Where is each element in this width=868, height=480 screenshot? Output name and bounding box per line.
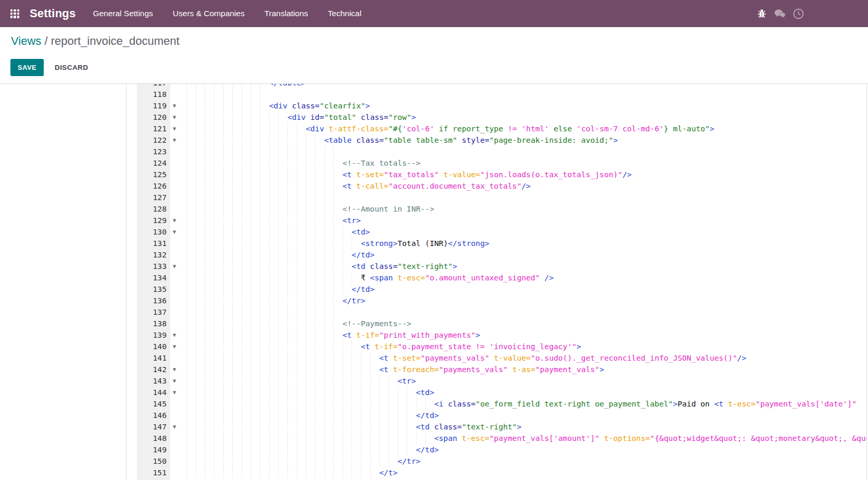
code-line-text: <div id="total" class="row"> — [186, 112, 416, 123]
apps-grid-dot — [14, 13, 16, 15]
code-line-text: <!--Payments--> — [186, 318, 411, 329]
code-line-text: <tr> — [186, 375, 416, 387]
fold-toggle-icon[interactable]: ▾ — [170, 387, 179, 398]
fold-toggle-icon[interactable]: ▾ — [170, 100, 179, 111]
code-line[interactable]: 132 </td> — [0, 249, 866, 261]
code-line[interactable]: 128 <!--Amount in INR--> — [0, 203, 866, 215]
code-line-text: <table class="table table-sm" style="pag… — [186, 134, 618, 146]
app-title[interactable]: Settings — [30, 7, 76, 20]
code-line-text: <t t-if="print_with_payments"> — [186, 329, 480, 341]
code-line[interactable]: 140▾ <t t-if="o.payment_state != 'invoic… — [0, 341, 866, 352]
line-number: 129 — [137, 215, 167, 226]
code-line[interactable]: 131 <strong>Total (INR)</strong> — [0, 238, 866, 249]
apps-grid-dot — [10, 13, 12, 15]
code-line[interactable]: 120▾ <div id="total" class="row"> — [0, 112, 866, 123]
code-line[interactable]: 135 </td> — [0, 284, 866, 295]
code-line[interactable]: 122▾ <table class="table table-sm" style… — [0, 134, 866, 146]
activities-clock-icon[interactable] — [792, 7, 804, 20]
code-line[interactable]: 146 </td> — [0, 410, 866, 421]
top-menu-item-technical[interactable]: Technical — [318, 0, 372, 27]
line-number: 125 — [137, 169, 167, 180]
code-line-text: <t t-call="account.document_tax_totals"/… — [186, 180, 531, 192]
code-editor[interactable]: 117 </table>118 119▾ <div class="clearfi… — [0, 83, 866, 478]
code-line[interactable]: 129▾ <tr> — [0, 215, 866, 226]
code-line-text: <t t-foreach="payments_vals" t-as="payme… — [186, 364, 604, 375]
code-line[interactable]: 151 </t> — [0, 467, 866, 478]
fold-toggle-icon[interactable]: ▾ — [170, 112, 179, 122]
code-line[interactable]: 118 — [0, 89, 866, 100]
top-menu: General SettingsUsers & CompaniesTransla… — [83, 0, 371, 27]
messages-icon[interactable] — [774, 7, 786, 20]
debug-bug-icon[interactable] — [756, 7, 768, 20]
breadcrumb: Views / report_invoice_document — [11, 34, 180, 48]
line-number: 126 — [137, 180, 167, 192]
apps-grid-dot — [10, 16, 12, 18]
code-line[interactable]: 133▾ <td class="text-right"> — [0, 261, 866, 272]
code-line[interactable]: 127 — [0, 192, 866, 203]
code-line-text — [186, 89, 269, 100]
fold-toggle-icon[interactable]: ▾ — [170, 375, 179, 386]
fold-toggle-icon[interactable]: ▾ — [170, 421, 179, 432]
code-line-text: <strong>Total (INR)</strong> — [186, 238, 489, 249]
line-number: 144 — [137, 387, 167, 398]
code-line[interactable]: 117 </table> — [0, 83, 866, 89]
code-line-text: </td> — [186, 444, 439, 456]
code-line-text: </tr> — [186, 295, 366, 306]
save-button[interactable]: SAVE — [10, 59, 44, 76]
fold-toggle-icon[interactable]: ▾ — [170, 329, 179, 340]
line-number: 121 — [137, 123, 167, 134]
discard-button[interactable]: DISCARD — [48, 59, 95, 76]
line-number: 138 — [137, 318, 167, 329]
code-line[interactable]: 150 </tr> — [0, 456, 866, 467]
fold-toggle-icon[interactable]: ▾ — [170, 261, 179, 272]
code-line[interactable]: 137 — [0, 306, 866, 318]
code-line[interactable]: 123 — [0, 146, 866, 157]
apps-grid-dot — [17, 16, 19, 18]
code-line[interactable]: 149 </td> — [0, 444, 866, 456]
code-line[interactable]: 119▾ <div class="clearfix"> — [0, 100, 866, 112]
breadcrumb-views-link[interactable]: Views — [11, 34, 41, 47]
fold-toggle-icon[interactable]: ▾ — [170, 134, 179, 145]
code-line-text: <tr> — [186, 215, 361, 226]
sheet-right-border — [866, 84, 867, 480]
code-line[interactable]: 143▾ <tr> — [0, 375, 866, 387]
line-number: 140 — [137, 341, 167, 352]
line-number: 132 — [137, 249, 167, 261]
code-line[interactable]: 141 <t t-set="payments_vals" t-value="o.… — [0, 352, 866, 364]
line-number: 123 — [137, 146, 167, 157]
fold-toggle-icon[interactable]: ▾ — [170, 226, 179, 237]
line-number: 128 — [137, 203, 167, 215]
apps-grid-icon[interactable] — [10, 9, 19, 18]
line-number: 147 — [137, 421, 167, 433]
code-line[interactable]: 136 </tr> — [0, 295, 866, 306]
code-line-text: <t t-if="o.payment_state != 'invoicing_l… — [186, 341, 581, 352]
fold-toggle-icon[interactable]: ▾ — [170, 364, 179, 375]
code-line[interactable]: 124 <!--Tax totals--> — [0, 157, 866, 169]
code-line[interactable]: 139▾ <t t-if="print_with_payments"> — [0, 329, 866, 341]
apps-grid-dot — [14, 9, 16, 11]
code-line[interactable]: 144▾ <td> — [0, 387, 866, 398]
fold-toggle-icon[interactable]: ▾ — [170, 215, 179, 226]
code-line-text: <td class="text-right"> — [186, 421, 522, 433]
top-menu-item-translations[interactable]: Translations — [255, 0, 318, 27]
code-line[interactable]: 134 ₹ <span t-esc="o.amount_untaxed_sign… — [0, 272, 866, 284]
code-line[interactable]: 142▾ <t t-foreach="payments_vals" t-as="… — [0, 364, 866, 375]
code-line[interactable]: 121▾ <div t-attf-class="#{'col-6' if rep… — [0, 123, 866, 134]
code-line-text: </tr> — [186, 456, 421, 467]
code-line[interactable]: 130▾ <td> — [0, 226, 866, 238]
line-number: 133 — [137, 261, 167, 272]
fold-toggle-icon[interactable]: ▾ — [170, 123, 179, 134]
line-number: 117 — [137, 83, 167, 89]
code-line-text: <!--Amount in INR--> — [186, 203, 434, 215]
code-line[interactable]: 138 <!--Payments--> — [0, 318, 866, 329]
code-line[interactable]: 145 <i class="oe_form_field text-right o… — [0, 398, 866, 410]
code-line[interactable]: 126 <t t-call="account.document_tax_tota… — [0, 180, 866, 192]
code-line[interactable]: 148 <span t-esc="payment_vals['amount']"… — [0, 433, 866, 444]
code-line-text: <span t-esc="payment_vals['amount']" t-o… — [186, 433, 866, 444]
top-menu-item-users-companies[interactable]: Users & Companies — [163, 0, 255, 27]
fold-toggle-icon[interactable]: ▾ — [170, 341, 179, 352]
top-menu-item-general-settings[interactable]: General Settings — [83, 0, 162, 27]
code-line[interactable]: 147▾ <td class="text-right"> — [0, 421, 866, 433]
code-line[interactable]: 125 <t t-set="tax_totals" t-value="json.… — [0, 169, 866, 180]
code-line-text — [186, 306, 343, 318]
